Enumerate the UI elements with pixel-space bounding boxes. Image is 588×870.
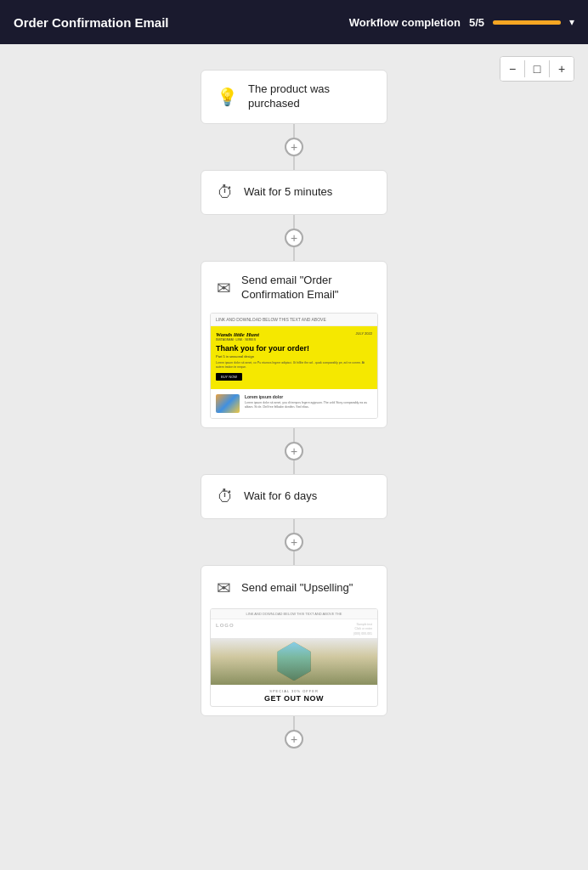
ep1-brand: Wands little Hunt xyxy=(216,331,259,338)
wait-2-label: Wait for 6 days xyxy=(244,489,317,504)
ep2-offer-label: SPECIAL 30% OFFER xyxy=(216,689,372,693)
line-top-4 xyxy=(293,519,295,533)
ep1-date: JULY 2022 xyxy=(356,331,372,336)
line-bottom-3 xyxy=(293,460,295,474)
connector-5: + xyxy=(285,716,303,749)
email-1-header: ✉ Send email "Order Confirmation Email" xyxy=(201,262,387,313)
connector-4: + xyxy=(285,519,303,565)
line-bottom-1 xyxy=(293,156,295,170)
email-2-label: Send email "Upselling" xyxy=(241,581,353,596)
trigger-icon: 💡 xyxy=(217,87,238,107)
header-right: Workflow completion 5/5 ▾ xyxy=(349,16,574,29)
add-step-3-button[interactable]: + xyxy=(285,442,303,460)
email-1-preview: LINK AND DOWNLOAD BELOW THIS TEXT AND AB… xyxy=(210,313,378,420)
add-step-5-button[interactable]: + xyxy=(285,730,303,749)
trigger-label: The product was purchased xyxy=(248,82,371,111)
ep2-hero-image xyxy=(211,638,377,685)
ep1-footer: Lorem ipsum dolor Lorem ipsum dolor sit … xyxy=(211,389,377,418)
wait-2-icon: ⏱ xyxy=(217,487,234,506)
add-step-4-button[interactable]: + xyxy=(285,533,303,551)
ep1-footer-body: Lorem ipsum dolor sit amet, you di tempo… xyxy=(245,401,372,410)
ep2-logo: LOGO xyxy=(216,623,235,636)
zoom-controls: − □ + xyxy=(500,56,574,82)
connector-2: + xyxy=(285,215,303,261)
email-2-header: ✉ Send email "Upselling" xyxy=(201,566,387,608)
add-step-2-button[interactable]: + xyxy=(285,229,303,247)
ep2-cta-area: SPECIAL 30% OFFER GET OUT NOW xyxy=(211,685,377,706)
line-top-1 xyxy=(293,124,295,138)
line-top-5 xyxy=(293,716,295,730)
ep2-hexagon xyxy=(274,641,314,681)
email-1-label: Send email "Order Confirmation Email" xyxy=(241,274,371,302)
ep1-cta-button: BUY NOW xyxy=(216,373,242,381)
ep2-cta-title: GET OUT NOW xyxy=(216,694,372,703)
ep1-subtitle: Part 5 in seasonal design xyxy=(216,354,372,359)
add-step-1-button[interactable]: + xyxy=(285,138,303,156)
ep1-title: Thank you for your order! xyxy=(216,344,372,353)
email-2-icon: ✉ xyxy=(217,578,231,598)
line-bottom-2 xyxy=(293,247,295,261)
zoom-out-button[interactable]: − xyxy=(500,57,524,81)
connector-1: + xyxy=(285,124,303,170)
app-header: Order Confirmation Email Workflow comple… xyxy=(0,0,588,44)
ep2-header-text: LINK AND DOWNLOAD BELOW THIS TEXT AND AB… xyxy=(211,609,377,619)
zoom-in-button[interactable]: + xyxy=(550,57,574,81)
email-2-preview: LINK AND DOWNLOAD BELOW THIS TEXT AND AB… xyxy=(210,608,378,707)
ep2-person-image xyxy=(274,641,314,681)
ep1-footer-title: Lorem ipsum dolor xyxy=(245,394,372,399)
email-1-icon: ✉ xyxy=(217,278,231,298)
ep1-body-text: Lorem ipsum dolor sit amet, co Pu etumos… xyxy=(216,361,372,370)
zoom-fit-button[interactable]: □ xyxy=(525,57,549,81)
chevron-down-icon[interactable]: ▾ xyxy=(569,16,574,28)
page-title: Order Confirmation Email xyxy=(14,15,169,30)
wait-2-node[interactable]: ⏱ Wait for 6 days xyxy=(201,474,387,519)
ep1-product-image xyxy=(216,394,240,413)
ep1-body: Wands little Hunt INSTAGRAM · LINK · SER… xyxy=(211,326,377,390)
wait-1-label: Wait for 5 minutes xyxy=(244,185,332,200)
progress-bar-bg xyxy=(493,20,561,25)
trigger-node[interactable]: 💡 The product was purchased xyxy=(201,70,387,124)
ep2-logo-row: LOGO Sample text Click or enter (000) 00… xyxy=(211,619,377,638)
workflow-canvas: − □ + 💡 The product was purchased + ⏱ Wa… xyxy=(0,44,588,870)
line-top-3 xyxy=(293,428,295,442)
workflow-score: 5/5 xyxy=(469,16,484,29)
line-bottom-4 xyxy=(293,551,295,565)
wait-1-icon: ⏱ xyxy=(217,183,234,202)
connector-3: + xyxy=(285,428,303,474)
line-top-2 xyxy=(293,215,295,229)
workflow-label: Workflow completion xyxy=(349,16,461,29)
email-1-node[interactable]: ✉ Send email "Order Confirmation Email" … xyxy=(201,261,387,428)
wait-1-node[interactable]: ⏱ Wait for 5 minutes xyxy=(201,170,387,215)
ep2-contact: Sample text Click or enter (000) 000-001 xyxy=(353,623,372,636)
progress-bar-fill xyxy=(493,20,561,25)
ep1-header-text: LINK AND DOWNLOAD BELOW THIS TEXT AND AB… xyxy=(211,314,377,326)
email-2-node[interactable]: ✉ Send email "Upselling" LINK AND DOWNLO… xyxy=(201,565,387,716)
